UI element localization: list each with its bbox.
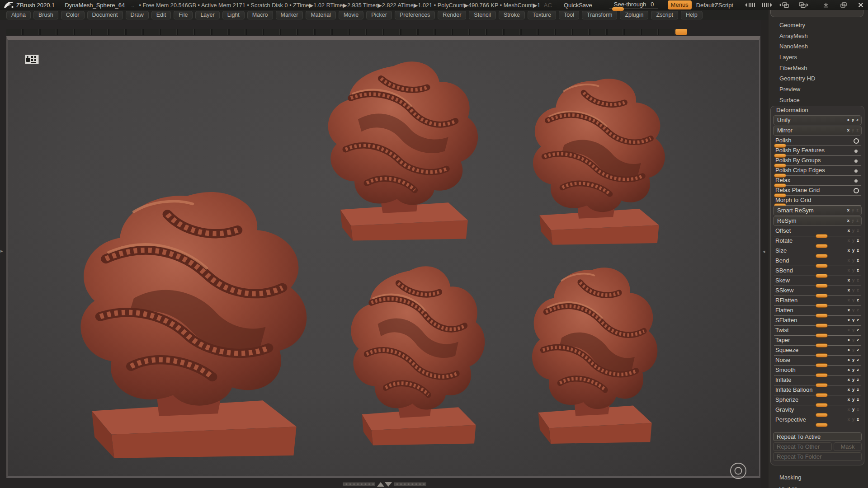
deformation-row[interactable]: Twist xyz xyxy=(773,326,862,336)
mode-toggle-icon[interactable] xyxy=(854,179,858,183)
close-icon[interactable] xyxy=(858,2,863,8)
menu-item[interactable]: Draw xyxy=(126,11,149,19)
deformation-row[interactable]: Polish By Groups xyz xyxy=(773,156,862,166)
document-thumbnail-icon[interactable] xyxy=(25,55,39,64)
menu-item[interactable]: Layer xyxy=(195,11,219,19)
deformation-row[interactable]: Skew xyz xyxy=(773,276,862,286)
mask-button[interactable]: Mask xyxy=(834,442,862,451)
axis-toggle-xyz[interactable]: xyz xyxy=(845,258,859,263)
deformation-row[interactable]: Morph to Grid xyz xyxy=(773,196,862,206)
axis-toggle-xyz[interactable]: xyz xyxy=(845,327,859,332)
menus-button[interactable]: Menus xyxy=(668,0,692,9)
deformation-row[interactable]: Unify xyz xyxy=(773,115,862,125)
axis-toggle-xyz[interactable]: xyz xyxy=(845,228,859,233)
deformation-row[interactable]: Taper xyz xyxy=(773,336,862,346)
axis-toggle-xyz[interactable]: xyz xyxy=(845,337,859,342)
menu-item[interactable]: Document xyxy=(87,11,123,19)
palette-section-header[interactable]: Layers xyxy=(769,52,868,63)
divider-drag-bar-left[interactable] xyxy=(343,482,375,486)
deformation-row[interactable]: Polish xyz xyxy=(773,136,862,146)
mode-toggle-icon[interactable] xyxy=(854,160,858,163)
collapse-right-tray-icon[interactable] xyxy=(762,2,773,8)
mode-toggle-icon[interactable] xyxy=(854,188,859,193)
palette-section-header[interactable]: FiberMesh xyxy=(769,63,868,74)
deformation-row[interactable]: Squeeze xyz xyxy=(773,346,862,356)
divider-drag-bar-right[interactable] xyxy=(394,482,426,486)
mode-toggle-icon[interactable] xyxy=(854,169,858,173)
tray-divider-active-handle[interactable] xyxy=(675,29,687,35)
default-zscript-button[interactable]: DefaultZScript xyxy=(696,2,733,9)
deformation-row[interactable]: Inflate xyz xyxy=(773,375,862,385)
axis-toggle-xyz[interactable]: xyz xyxy=(845,387,859,392)
dock-left-windows-icon[interactable] xyxy=(779,2,791,8)
restore-window-icon[interactable] xyxy=(840,2,847,8)
axis-toggle-xyz[interactable]: xyz xyxy=(845,297,859,302)
axis-toggle-xyz[interactable]: xyz xyxy=(845,397,859,402)
palette-section-header[interactable]: Surface xyxy=(769,95,868,106)
see-through-handle[interactable] xyxy=(612,7,624,11)
palette-section-header[interactable]: ArrayMesh xyxy=(769,31,868,42)
deformation-row[interactable]: ReSym xyz xyxy=(773,216,862,226)
menu-item[interactable]: Alpha xyxy=(6,11,31,19)
deformation-row[interactable]: Smooth xyz xyxy=(773,366,862,375)
see-through-slider[interactable]: See-through 0 xyxy=(609,1,658,9)
menu-item[interactable]: Help xyxy=(681,11,703,19)
sculpt-canvas[interactable] xyxy=(6,36,760,478)
axis-toggle-xyz[interactable]: xyz xyxy=(845,357,859,362)
deformation-section-header[interactable]: Deformation xyxy=(776,107,808,113)
deformation-row[interactable]: Spherize xyz xyxy=(773,395,862,405)
menu-item[interactable]: Material xyxy=(306,11,335,19)
palette-section-header[interactable]: Geometry HD xyxy=(769,73,868,84)
deformation-row[interactable]: Relax Plane Grid xyz xyxy=(773,186,862,196)
axis-toggle-xyz[interactable]: xyz xyxy=(845,317,859,322)
menu-item[interactable]: Preferences xyxy=(395,11,435,19)
menu-item[interactable]: Zplugin xyxy=(620,11,648,19)
slider-handle[interactable] xyxy=(816,423,828,427)
deformation-row[interactable]: Polish Crisp Edges xyz xyxy=(773,166,862,176)
menu-item[interactable]: Macro xyxy=(247,11,273,19)
tray-divider-segments[interactable] xyxy=(6,29,675,35)
deformation-row[interactable]: Noise xyz xyxy=(773,356,862,366)
mode-toggle-icon[interactable] xyxy=(854,138,859,144)
palette-section-header[interactable]: Preview xyxy=(769,84,868,95)
menu-item[interactable]: Tool xyxy=(559,11,579,19)
axis-toggle-xyz[interactable]: xyz xyxy=(845,127,859,132)
axis-toggle-xyz[interactable]: xyz xyxy=(845,248,859,253)
menu-item[interactable]: Brush xyxy=(33,11,58,19)
axis-toggle-xyz[interactable]: xyz xyxy=(845,367,859,372)
palette-section-header[interactable]: Masking xyxy=(769,472,868,483)
deformation-row[interactable]: Gravity xyz xyxy=(773,405,862,415)
menu-item[interactable]: Marker xyxy=(276,11,303,19)
collapse-left-tray-icon[interactable] xyxy=(745,2,755,8)
menu-item[interactable]: Stroke xyxy=(499,11,525,19)
menu-item[interactable]: Picker xyxy=(366,11,392,19)
axis-toggle-xyz[interactable]: xyz xyxy=(845,417,859,422)
deformation-row[interactable]: Inflate Balloon xyz xyxy=(773,385,862,395)
repeat-to-other-button[interactable]: Repeat To Other xyxy=(773,442,832,451)
palette-section-header[interactable]: Geometry xyxy=(769,20,868,31)
deformation-row[interactable]: Smart ReSym xyz xyxy=(773,206,862,216)
mode-toggle-icon[interactable] xyxy=(854,150,858,153)
axis-toggle-xyz[interactable]: xyz xyxy=(845,207,859,212)
axis-toggle-xyz[interactable]: xyz xyxy=(845,287,859,292)
deformation-row[interactable]: Perspective xyz xyxy=(773,415,862,425)
deformation-row[interactable]: Mirror xyz xyxy=(773,126,862,136)
deformation-row[interactable]: Flatten xyz xyxy=(773,306,862,316)
axis-toggle-xyz[interactable]: xyz xyxy=(845,218,859,223)
dock-right-windows-icon[interactable] xyxy=(797,2,809,8)
deformation-row[interactable]: RFlatten xyz xyxy=(773,296,862,306)
deformation-row[interactable]: SBend xyz xyxy=(773,266,862,276)
deformation-row[interactable]: Polish By Features xyz xyxy=(773,146,862,156)
palette-section-header[interactable]: Visibility xyxy=(769,483,868,488)
axis-toggle-xyz[interactable]: xyz xyxy=(845,377,859,382)
menu-item[interactable]: Render xyxy=(438,11,466,19)
collapse-down-arrow[interactable] xyxy=(385,482,392,487)
repeat-to-folder-button[interactable]: Repeat To Folder xyxy=(773,452,862,461)
menu-item[interactable]: Edit xyxy=(151,11,171,19)
deformation-row[interactable]: Bend xyz xyxy=(773,256,862,266)
axis-toggle-xyz[interactable]: xyz xyxy=(845,117,859,122)
right-tray-expand-arrow[interactable]: ◂ xyxy=(763,249,765,254)
menu-item[interactable]: Zscript xyxy=(651,11,678,19)
axis-toggle-xyz[interactable]: xyz xyxy=(845,407,859,412)
menu-item[interactable]: File xyxy=(174,11,193,19)
